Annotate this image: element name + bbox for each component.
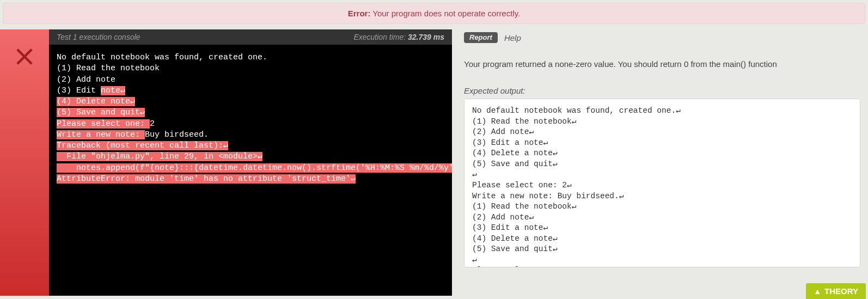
console-segment: (4) Delete note↵ (57, 97, 135, 106)
expected-line: (5) Save and quit↵ (472, 244, 852, 255)
console-segment: No default notebook was found, created o… (57, 53, 267, 62)
console-segment: AttributeError: module 'time' has no att… (57, 174, 356, 184)
panel-row: Test 1 execution console Execution time:… (49, 29, 868, 296)
console-title: Test 1 execution console (57, 33, 140, 41)
theory-button[interactable]: ▲ THEORY (806, 283, 866, 299)
fail-x-icon (13, 45, 36, 296)
execution-time: Execution time: 32.739 ms (353, 33, 444, 41)
expected-line: Please select one: 1↵ (472, 265, 852, 267)
console-line: (5) Save and quit↵ (57, 107, 444, 118)
expected-line: No default notebook was found, created o… (472, 106, 852, 117)
expected-line: (2) Add note↵ (472, 127, 852, 138)
console-line: (3) Edit note↵ (57, 86, 444, 96)
expected-line: (2) Add note↵ (472, 212, 852, 223)
console-line: (2) Add note (57, 75, 444, 86)
help-link[interactable]: Help (504, 33, 521, 42)
console-line: Write a new note: Buy birdseed. (57, 130, 444, 141)
console-segment: Buy birdseed. (145, 130, 209, 139)
console-segment: note↵ (101, 86, 125, 95)
console-segment: 2 (150, 119, 155, 129)
expected-line: (1) Read the notebook↵ (472, 202, 852, 212)
error-label: Error: (348, 9, 371, 18)
result-header: Report Help (464, 29, 860, 48)
arrow-up-icon: ▲ (814, 287, 821, 296)
expected-line: (4) Delete a note↵ (472, 234, 852, 245)
result-panel: Report Help Your program returned a none… (452, 29, 868, 296)
expected-output-box[interactable]: No default notebook was found, created o… (464, 99, 860, 267)
explanation-text: Your program returned a none-zero value.… (464, 48, 860, 86)
expected-output-label: Expected output: (464, 86, 860, 99)
console-segment: (3) Edit (57, 86, 101, 95)
expected-line: (4) Delete a note↵ (472, 148, 852, 159)
console-line: File "ohjelma.py", line 29, in <module>↵ (57, 151, 444, 162)
execution-time-label: Execution time: (353, 33, 408, 41)
console-segment: Traceback (most recent call last):↵ (57, 141, 228, 150)
error-banner: Error: Your program does not operate cor… (3, 3, 865, 24)
console-output[interactable]: No default notebook was found, created o… (49, 45, 452, 296)
console-line: Traceback (most recent call last):↵ (57, 141, 444, 151)
console-line: Please select one: 2 (57, 119, 444, 130)
console-segment: Write a new note: (57, 130, 145, 139)
console-line: No default notebook was found, created o… (57, 52, 444, 63)
console-panel: Test 1 execution console Execution time:… (49, 29, 452, 296)
console-line: notes.append(f"{note}:::{datetime.dateti… (57, 163, 444, 174)
status-rail (0, 29, 49, 296)
report-button[interactable]: Report (464, 32, 498, 43)
console-segment: File "ohjelma.py", line 29, in <module>↵ (57, 152, 262, 161)
console-segment: notes.append(f"{note}:::{datetime.dateti… (57, 163, 452, 173)
expected-line: Please select one: 2↵ (472, 180, 852, 191)
content-area: Test 1 execution console Execution time:… (0, 29, 868, 296)
execution-time-value: 32.739 ms (408, 33, 444, 41)
expected-line: (1) Read the notebook↵ (472, 117, 852, 127)
expected-line: (3) Edit a note↵ (472, 138, 852, 149)
console-segment: Please select one: (57, 119, 150, 129)
expected-line: ↵ (472, 169, 852, 180)
console-segment: (5) Save and quit↵ (57, 108, 145, 117)
console-segment: (2) Add note (57, 75, 115, 84)
theory-button-label: THEORY (824, 286, 858, 296)
expected-line: (3) Edit a note↵ (472, 223, 852, 234)
console-segment: (1) Read the notebook (57, 64, 160, 73)
console-line: AttributeError: module 'time' has no att… (57, 174, 444, 185)
error-message: Your program does not operate correctly. (370, 9, 520, 18)
console-line: (1) Read the notebook (57, 63, 444, 74)
expected-line: ↵ (472, 255, 852, 266)
console-line: (4) Delete note↵ (57, 96, 444, 107)
expected-line: (5) Save and quit↵ (472, 159, 852, 170)
expected-line: Write a new note: Buy birdseed.↵ (472, 191, 852, 202)
console-header: Test 1 execution console Execution time:… (49, 29, 452, 45)
